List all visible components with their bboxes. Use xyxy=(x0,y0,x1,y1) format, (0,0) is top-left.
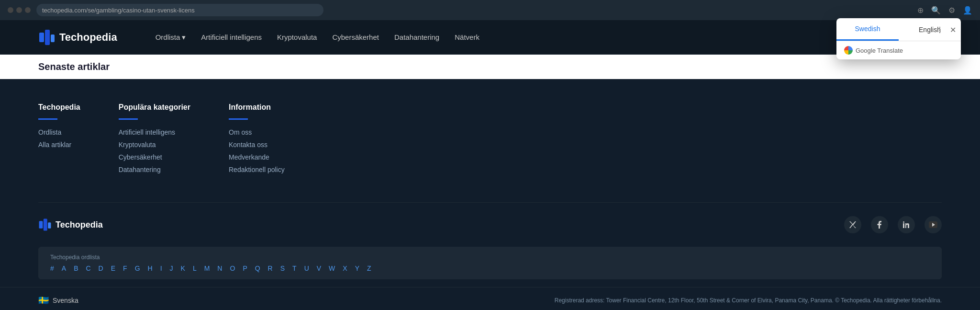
glossary-letter-U[interactable]: U xyxy=(304,264,309,272)
glossary-letter-L[interactable]: L xyxy=(193,264,197,272)
footer-col-3-underline xyxy=(229,118,248,120)
minimize-dot xyxy=(16,7,22,13)
glossary-letter-B[interactable]: B xyxy=(74,264,78,272)
nav-ordlista[interactable]: Ordlista ▾ xyxy=(156,33,186,42)
translate-close-button[interactable]: ✕ xyxy=(950,25,956,34)
footer-col-2-heading: Populära kategorier xyxy=(119,103,190,112)
footer-link-ai[interactable]: Artificiell intelligens xyxy=(119,128,190,136)
translate-popup: Swedish English ⋮ ✕ Google Translate xyxy=(836,18,961,59)
footer-columns: Techopedia Ordlista Alla artiklar Populä… xyxy=(38,103,942,202)
glossary-letter-S[interactable]: S xyxy=(280,264,285,272)
glossary-section: Techopedia ordlista #ABCDEFGHIJKLMNOPQRS… xyxy=(38,247,942,287)
browser-toolbar-right: ⊕ 🔍 ⚙ 👤 xyxy=(917,6,972,15)
x-social-icon[interactable] xyxy=(844,216,861,233)
glossary-letter-M[interactable]: M xyxy=(204,264,210,272)
glossary-letter-O[interactable]: O xyxy=(230,264,235,272)
profile-toolbar-icon[interactable]: 👤 xyxy=(963,6,972,15)
glossary-letter-W[interactable]: W xyxy=(329,264,335,272)
site-footer: Techopedia Ordlista Alla artiklar Populä… xyxy=(0,79,980,287)
linkedin-social-icon[interactable] xyxy=(898,216,915,233)
svg-rect-8 xyxy=(903,223,904,228)
glossary-letter-T[interactable]: T xyxy=(292,264,297,272)
footer-link-krypto[interactable]: Kryptovaluta xyxy=(119,141,190,149)
translate-brand-text: Google Translate xyxy=(856,47,903,54)
swedish-tab[interactable]: Swedish xyxy=(836,18,899,41)
translate-popup-tabs: Swedish English ⋮ ✕ xyxy=(836,18,961,41)
glossary-letter-A[interactable]: A xyxy=(62,264,66,272)
glossary-letter-P[interactable]: P xyxy=(243,264,247,272)
nav-cyber[interactable]: Cybersäkerhet xyxy=(332,33,379,41)
glossary-letter-Z[interactable]: Z xyxy=(367,264,371,272)
footer-logo-text: Techopedia xyxy=(56,220,103,230)
glossary-letter-Q[interactable]: Q xyxy=(255,264,260,272)
glossary-letter-#[interactable]: # xyxy=(50,264,54,272)
lang-flag: 🇸🇪 xyxy=(38,295,49,306)
logo-text: Techopedia xyxy=(59,31,117,44)
glossary-letter-N[interactable]: N xyxy=(217,264,222,272)
nav-krypto[interactable]: Kryptovaluta xyxy=(277,33,317,41)
maximize-dot xyxy=(25,7,31,13)
footer-link-cyber[interactable]: Cybersäkerhet xyxy=(119,153,190,161)
footer-link-alla-artiklar[interactable]: Alla artiklar xyxy=(38,141,80,149)
glossary-letter-V[interactable]: V xyxy=(317,264,321,272)
svg-rect-5 xyxy=(39,221,43,229)
lang-switcher[interactable]: 🇸🇪 Svenska xyxy=(38,295,78,306)
glossary-letter-X[interactable]: X xyxy=(343,264,347,272)
glossary-letters: #ABCDEFGHIJKLMNOPQRSTUVWXYZ xyxy=(50,264,930,272)
glossary-letter-D[interactable]: D xyxy=(99,264,103,272)
extensions-toolbar-icon[interactable]: ⚙ xyxy=(948,6,955,15)
nav-ai[interactable]: Artificiell intelligens xyxy=(201,33,262,41)
glossary-letter-I[interactable]: I xyxy=(160,264,162,272)
google-logo-icon xyxy=(844,46,853,55)
glossary-letter-Y[interactable]: Y xyxy=(355,264,359,272)
footer-link-redaktionell[interactable]: Redaktionell policy xyxy=(229,166,285,173)
svg-point-9 xyxy=(903,221,904,223)
footer-col-info: Information Om oss Kontakta oss Medverka… xyxy=(229,103,285,178)
lang-copyright-row: 🇸🇪 Svenska Registrerad adress: Tower Fin… xyxy=(0,287,980,310)
footer-col-categories: Populära kategorier Artificiell intellig… xyxy=(119,103,190,178)
footer-col-techopedia: Techopedia Ordlista Alla artiklar xyxy=(38,103,80,178)
nav-natverk[interactable]: Nätverk xyxy=(455,33,479,41)
footer-link-kontakta[interactable]: Kontakta oss xyxy=(229,141,285,149)
footer-logo-row: Techopedia xyxy=(38,202,942,247)
glossary-letter-H[interactable]: H xyxy=(148,264,153,272)
address-bar[interactable]: techopedia.com/se/gambling/casino-utan-s… xyxy=(36,4,323,16)
youtube-social-icon[interactable] xyxy=(924,216,942,233)
footer-link-ordlista[interactable]: Ordlista xyxy=(38,128,80,136)
footer-col-1-underline xyxy=(38,118,57,120)
footer-col-1-heading: Techopedia xyxy=(38,103,80,112)
footer-link-medverkande[interactable]: Medverkande xyxy=(229,153,285,161)
search-toolbar-icon[interactable]: 🔍 xyxy=(931,6,941,15)
translate-more-button[interactable]: ⋮ xyxy=(936,25,944,34)
glossary-letter-G[interactable]: G xyxy=(135,264,140,272)
url-text: techopedia.com/se/gambling/casino-utan-s… xyxy=(42,7,195,14)
main-nav: Ordlista ▾ Artificiell intelligens Krypt… xyxy=(156,33,479,42)
logo-icon xyxy=(38,29,56,46)
site-header: Techopedia Ordlista ▾ Artificiell intell… xyxy=(0,20,980,55)
nav-data[interactable]: Datahantering xyxy=(394,33,439,41)
footer-link-om-oss[interactable]: Om oss xyxy=(229,128,285,136)
footer-logo[interactable]: Techopedia xyxy=(38,218,103,231)
translate-toolbar-icon[interactable]: ⊕ xyxy=(917,6,924,15)
latest-articles-bar: Senaste artiklar xyxy=(0,55,980,79)
glossary-letter-F[interactable]: F xyxy=(123,264,127,272)
browser-window-controls xyxy=(8,7,31,13)
facebook-social-icon[interactable] xyxy=(871,216,888,233)
lang-label: Svenska xyxy=(53,297,78,304)
svg-rect-6 xyxy=(44,219,47,231)
glossary-inner: Techopedia ordlista #ABCDEFGHIJKLMNOPQRS… xyxy=(38,247,942,279)
footer-col-3-heading: Information xyxy=(229,103,285,112)
footer-social-icons xyxy=(844,216,942,233)
svg-rect-7 xyxy=(48,222,51,228)
footer-col-2-underline xyxy=(119,118,138,120)
translate-branding: Google Translate xyxy=(836,41,961,59)
glossary-letter-R[interactable]: R xyxy=(268,264,273,272)
glossary-letter-J[interactable]: J xyxy=(170,264,173,272)
svg-rect-2 xyxy=(51,34,55,42)
glossary-letter-C[interactable]: C xyxy=(86,264,90,272)
glossary-letter-K[interactable]: K xyxy=(181,264,185,272)
glossary-label: Techopedia ordlista xyxy=(50,254,930,261)
footer-link-datahantering[interactable]: Datahantering xyxy=(119,166,190,173)
logo-link[interactable]: Techopedia xyxy=(38,29,117,46)
glossary-letter-E[interactable]: E xyxy=(111,264,115,272)
